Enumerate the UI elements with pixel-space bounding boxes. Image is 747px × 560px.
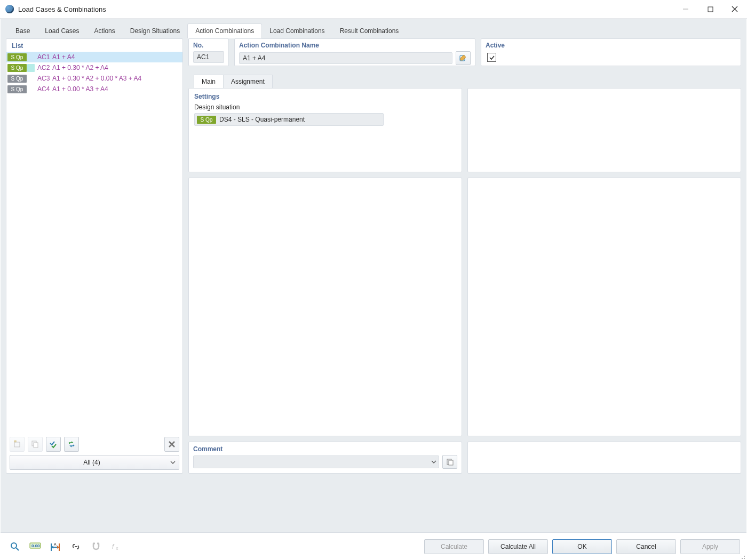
color-swatch [27, 85, 35, 93]
comment-heading: Comment [193, 445, 457, 453]
color-swatch [27, 75, 35, 83]
calculate-button[interactable]: Calculate [424, 539, 484, 554]
list-row[interactable]: S Qp AC3 A1 + 0.30 * A2 + 0.00 * A3 + A4 [6, 73, 182, 84]
apply-button[interactable]: Apply [680, 539, 740, 554]
svg-text:0.00: 0.00 [31, 543, 40, 548]
comment-paste-button[interactable] [442, 455, 457, 469]
dimension-icon: A [50, 541, 61, 552]
list-tools [6, 434, 182, 455]
dimension-tool[interactable]: A [47, 539, 63, 555]
settings-heading: Settings [194, 93, 456, 100]
tab-action-combinations[interactable]: Action Combinations [187, 23, 262, 38]
design-situation-label: Design situation [194, 103, 456, 111]
badge-sqp: S Qp [7, 75, 27, 83]
calculate-all-button[interactable]: Calculate All [488, 539, 548, 554]
color-swatch [27, 64, 35, 72]
swap-button[interactable] [64, 437, 79, 452]
no-panel: No. AC1 [188, 38, 229, 66]
name-label: Action Combination Name [235, 39, 475, 49]
list-row[interactable]: S Qp AC2 A1 + 0.30 * A2 + A4 [6, 62, 182, 73]
ok-button[interactable]: OK [552, 539, 612, 554]
units-tool[interactable]: 0.00 [27, 539, 43, 555]
chevron-down-icon [170, 460, 176, 465]
cancel-button[interactable]: Cancel [616, 539, 676, 554]
search-tool[interactable] [7, 539, 23, 555]
paste-icon [446, 458, 454, 466]
link-tool[interactable] [68, 539, 84, 555]
list-row[interactable]: S Qp AC4 A1 + 0.00 * A3 + A4 [6, 84, 182, 94]
fx-icon: fx [111, 541, 122, 552]
delete-button[interactable] [164, 437, 179, 452]
list-rows[interactable]: S Qp AC1 A1 + A4 S Qp AC2 A1 + 0.30 * A2… [6, 52, 182, 434]
fx-tool[interactable]: fx [108, 539, 124, 555]
bottom-bar: 0.00 A fx Calculate Calculate All OK Can… [1, 532, 746, 560]
titlebar: Load Cases & Combinations [0, 0, 747, 19]
active-label: Active [481, 39, 741, 49]
svg-text:f: f [112, 543, 115, 550]
magnet-tool[interactable] [88, 539, 104, 555]
copy-button[interactable] [28, 437, 43, 452]
list-heading: List [6, 39, 182, 52]
edit-name-button[interactable] [456, 51, 471, 65]
list-row[interactable]: S Qp AC1 A1 + A4 [6, 52, 182, 62]
main-tabs: Base Load Cases Actions Design Situation… [1, 19, 746, 38]
check-all-button[interactable] [46, 437, 61, 452]
tab-load-combinations[interactable]: Load Combinations [262, 23, 332, 38]
no-label: No. [189, 39, 228, 49]
design-situation-value[interactable]: S Qp DS4 - SLS - Quasi-permanent [194, 113, 384, 126]
row-id: AC2 [37, 64, 52, 71]
tab-load-cases[interactable]: Load Cases [37, 23, 86, 38]
minimize-button[interactable] [673, 0, 698, 18]
new-button[interactable] [10, 437, 25, 452]
minimize-icon [682, 6, 689, 12]
close-button[interactable] [722, 0, 747, 18]
color-swatch [27, 53, 35, 61]
maximize-button[interactable] [698, 0, 722, 18]
svg-rect-1 [708, 7, 713, 12]
svg-rect-4 [14, 442, 20, 447]
badge-sqp: S Qp [7, 64, 27, 72]
row-name: A1 + 0.00 * A3 + A4 [52, 85, 108, 93]
svg-rect-13 [449, 460, 453, 465]
empty-panel-left [188, 178, 462, 436]
units-icon: 0.00 [29, 541, 41, 552]
comment-combo[interactable] [193, 455, 439, 468]
svg-line-15 [16, 548, 19, 550]
magnet-icon [91, 541, 101, 552]
search-icon [10, 541, 20, 552]
svg-rect-8 [34, 443, 38, 447]
active-checkbox[interactable] [487, 53, 496, 62]
subtab-assignment[interactable]: Assignment [223, 75, 273, 88]
new-icon [13, 440, 21, 449]
pencil-icon [459, 54, 467, 62]
maximize-icon [708, 6, 713, 12]
list-filter-combo[interactable]: All (4) [10, 455, 179, 470]
app-icon [5, 5, 14, 13]
subtab-main[interactable]: Main [194, 75, 224, 88]
link-icon [70, 541, 81, 552]
swap-icon [67, 440, 76, 449]
close-icon [732, 6, 738, 12]
row-id: AC1 [37, 53, 52, 61]
no-value: AC1 [193, 51, 224, 63]
check-all-icon [49, 440, 58, 449]
svg-point-14 [11, 543, 17, 548]
tab-design-situations[interactable]: Design Situations [123, 23, 187, 38]
tab-result-combinations[interactable]: Result Combinations [332, 23, 407, 38]
svg-point-29 [742, 558, 743, 559]
window-title: Load Cases & Combinations [18, 5, 106, 13]
tab-actions[interactable]: Actions [86, 23, 122, 38]
empty-panel-topright [467, 88, 741, 172]
name-value: A1 + A4 [239, 52, 452, 64]
svg-text:A: A [54, 542, 57, 546]
tab-base[interactable]: Base [8, 23, 37, 38]
row-name: A1 + A4 [52, 53, 75, 61]
resize-grip[interactable] [739, 553, 745, 559]
settings-panel: Settings Design situation S Qp DS4 - SLS… [188, 88, 462, 172]
design-situation-text: DS4 - SLS - Quasi-permanent [219, 116, 305, 123]
chevron-down-icon [431, 459, 436, 465]
copy-icon [31, 440, 39, 449]
row-id: AC3 [37, 75, 52, 82]
row-id: AC4 [37, 85, 52, 93]
comment-panel: Comment [188, 442, 462, 474]
